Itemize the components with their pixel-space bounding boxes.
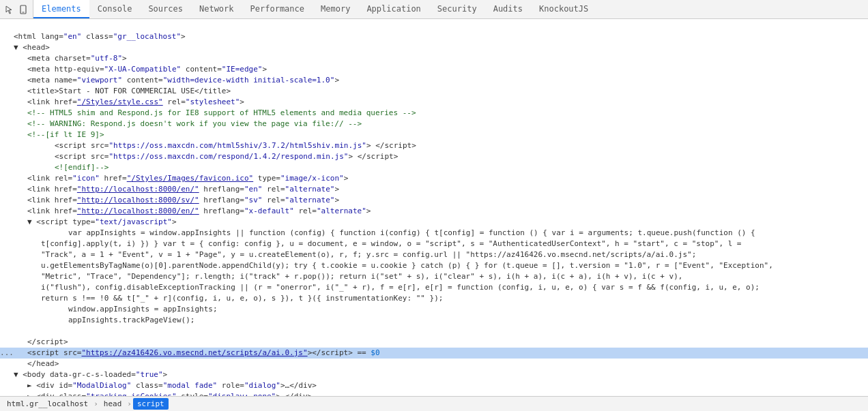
code-line — [0, 20, 868, 31]
tab-memory[interactable]: Memory — [313, 0, 358, 18]
code-line: ▼ <body data-gr-c-s-loaded="true"> — [0, 369, 868, 380]
tab-knockoutjs[interactable]: KnockoutJS — [531, 0, 596, 18]
code-content: i("flush"), config.disableExceptionTrack… — [14, 282, 865, 293]
code-content: u.getElementsByTagName(o)[0].parentNode.… — [14, 260, 865, 271]
code-line: ▼ <script type="text/javascript"> — [0, 217, 868, 228]
code-line: <!-- WARNING: Respond.js doesn't work if… — [0, 119, 868, 130]
code-line: <link href="http://localhost:8000/en/" h… — [0, 184, 868, 195]
code-content: "Metric", "Trace", "Dependency"]; r.leng… — [14, 271, 865, 282]
code-line: appInsights.trackPageView(); — [0, 315, 868, 326]
code-content: var appInsights = window.appInsights || … — [14, 228, 865, 239]
code-line: <link href="/Styles/style.css" rel="styl… — [0, 97, 868, 108]
breadcrumb-head[interactable]: head — [100, 398, 126, 410]
code-content: <link rel="icon" href="/Styles/Images/fa… — [14, 173, 865, 184]
code-line: <script src="https://oss.maxcdn.com/html… — [0, 140, 868, 151]
code-content: <link href="http://localhost:8000/en/" h… — [14, 206, 865, 217]
code-line: <link rel="icon" href="/Styles/Images/fa… — [0, 173, 868, 184]
code-line: "Metric", "Trace", "Dependency"]; r.leng… — [0, 271, 868, 282]
code-content: <link href="http://localhost:8000/en/" h… — [14, 184, 865, 195]
breadcrumb-sep-2: › — [126, 399, 133, 408]
code-line: <html lang="en" class="gr__localhost"> — [0, 31, 868, 42]
code-line: <script src="https://oss.maxcdn.com/resp… — [0, 151, 868, 162]
content-area: <html lang="en" class="gr__localhost">▼ … — [0, 19, 868, 396]
code-content: return s !== !0 && t["_" + r](config, i,… — [14, 293, 865, 304]
tab-application[interactable]: Application — [358, 0, 429, 18]
code-line: ► <div class="tracking-isCookies" style=… — [0, 391, 868, 396]
code-line — [0, 326, 868, 337]
tab-elements[interactable]: Elements — [33, 0, 89, 18]
nav-tab-list: Elements Console Sources Network Perform… — [33, 0, 596, 18]
code-content: <meta http-equiv="X-UA-Compatible" conte… — [14, 64, 865, 75]
breadcrumb-sep-1: › — [92, 399, 100, 408]
code-content: <script src="https://oss.maxcdn.com/resp… — [14, 151, 865, 162]
code-line: return s !== !0 && t["_" + r](config, i,… — [0, 293, 868, 304]
code-line: <![endif]--> — [0, 162, 868, 173]
line-dots: ... — [0, 348, 14, 359]
code-line: <link href="http://localhost:8000/en/" h… — [0, 206, 868, 217]
breadcrumb-bar: html.gr__localhost › head › script — [0, 396, 868, 411]
code-content: <title>Start - NOT FOR COMMERCIAL USE</t… — [14, 86, 865, 97]
code-content: <link href="http://localhost:8000/sv/" h… — [14, 195, 865, 206]
code-content: <![endif]--> — [14, 162, 865, 173]
code-content: ► <div id="ModalDialog" class="modal fad… — [14, 380, 865, 391]
code-content: ► <div class="tracking-isCookies" style=… — [14, 391, 865, 396]
tab-performance[interactable]: Performance — [242, 0, 313, 18]
devtools-icon-bar — [0, 0, 33, 18]
code-content: <!-- HTML5 shim and Respond.js for IE8 s… — [14, 108, 865, 119]
code-content: <!--[if lt IE 9]> — [14, 130, 865, 140]
code-content: "Track", a = 1 + "Event", v = 1 + "Page"… — [14, 249, 865, 260]
tab-security[interactable]: Security — [429, 0, 485, 18]
tab-console[interactable]: Console — [89, 0, 141, 18]
code-line: i("flush"), config.disableExceptionTrack… — [0, 282, 868, 293]
code-content: ▼ <body data-gr-c-s-loaded="true"> — [14, 369, 865, 380]
tab-audits[interactable]: Audits — [485, 0, 531, 18]
code-line: ▼ <head> — [0, 42, 868, 53]
code-line: window.appInsights = appInsights; — [0, 304, 868, 315]
code-line: t[config].apply(t, i) }) } var t = { con… — [0, 239, 868, 249]
code-content: ▼ <script type="text/javascript"> — [14, 217, 865, 228]
code-content: t[config].apply(t, i) }) } var t = { con… — [14, 239, 865, 249]
code-line: ...<script src="https://az416426.vo.msec… — [0, 348, 868, 359]
code-line: u.getElementsByTagName(o)[0].parentNode.… — [0, 260, 868, 271]
mobile-icon[interactable] — [18, 4, 29, 15]
breadcrumb-html[interactable]: html.gr__localhost — [3, 398, 92, 410]
code-content: </head> — [14, 359, 865, 369]
devtools-nav-bar: Elements Console Sources Network Perform… — [0, 0, 868, 19]
code-content: appInsights.trackPageView(); — [14, 315, 865, 326]
code-line: <link href="http://localhost:8000/sv/" h… — [0, 195, 868, 206]
code-content: window.appInsights = appInsights; — [14, 304, 865, 315]
code-line: </script> — [0, 337, 868, 348]
code-line: <title>Start - NOT FOR COMMERCIAL USE</t… — [0, 86, 868, 97]
code-content: <script src="https://oss.maxcdn.com/html… — [14, 140, 865, 151]
code-content: <link href="/Styles/style.css" rel="styl… — [14, 97, 865, 108]
tab-sources[interactable]: Sources — [140, 0, 191, 18]
code-panel[interactable]: <html lang="en" class="gr__localhost">▼ … — [0, 19, 868, 396]
code-content: <!-- WARNING: Respond.js doesn't work if… — [14, 119, 865, 130]
code-content: <html lang="en" class="gr__localhost"> — [14, 31, 865, 42]
cursor-icon[interactable] — [4, 4, 15, 15]
code-line: <meta http-equiv="X-UA-Compatible" conte… — [0, 64, 868, 75]
code-line: <!--[if lt IE 9]> — [0, 130, 868, 140]
code-line: "Track", a = 1 + "Event", v = 1 + "Page"… — [0, 249, 868, 260]
code-content: <meta name="viewport" content="width=dev… — [14, 75, 865, 86]
code-content: ▼ <head> — [14, 42, 865, 53]
code-line: <!-- HTML5 shim and Respond.js for IE8 s… — [0, 108, 868, 119]
code-line: <meta charset="utf-8"> — [0, 53, 868, 64]
code-content: </script> — [14, 337, 865, 348]
code-line: ► <div id="ModalDialog" class="modal fad… — [0, 380, 868, 391]
code-line: var appInsights = window.appInsights || … — [0, 228, 868, 239]
code-line: </head> — [0, 359, 868, 369]
code-content: <meta charset="utf-8"> — [14, 53, 865, 64]
tab-network[interactable]: Network — [191, 0, 242, 18]
breadcrumb-script[interactable]: script — [133, 398, 169, 410]
devtools-container: Elements Console Sources Network Perform… — [0, 0, 868, 411]
code-line: <meta name="viewport" content="width=dev… — [0, 75, 868, 86]
code-content: <script src="https://az416426.vo.msecnd.… — [14, 348, 865, 359]
